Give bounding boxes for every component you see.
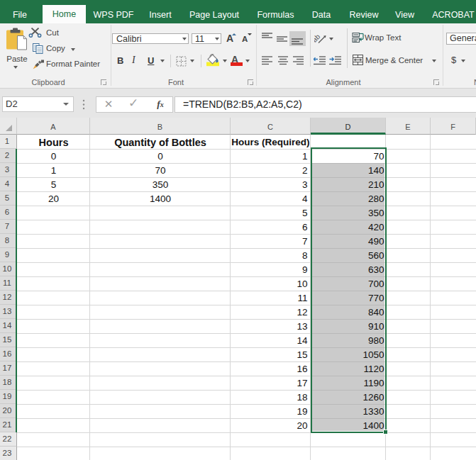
- svg-text:ab: ab: [314, 33, 322, 44]
